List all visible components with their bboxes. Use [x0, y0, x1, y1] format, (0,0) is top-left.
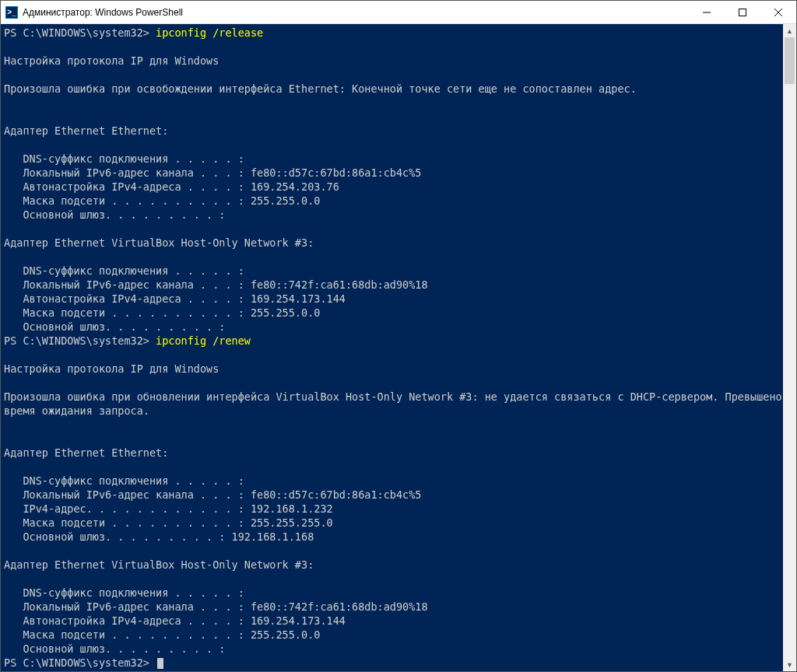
eth-ipv6-local: Локальный IPv6-адрес канала . . . : fe80… [4, 166, 421, 179]
minimize-button[interactable] [689, 1, 725, 23]
vbox2-gateway: Основной шлюз. . . . . . . . . : [4, 642, 225, 655]
terminal-output[interactable]: PS C:\WINDOWS\system32> ipconfig /releas… [1, 24, 783, 671]
adapter-eth-header: Адаптер Ethernet Ethernet: [4, 124, 168, 137]
powershell-window: >_ Администратор: Windows PowerShell PS … [0, 0, 797, 672]
eth2-gateway: Основной шлюз. . . . . . . . . : 192.168… [4, 530, 314, 543]
eth-subnet-mask: Маска подсети . . . . . . . . . . : 255.… [4, 194, 320, 207]
eth2-ipv6-local: Локальный IPv6-адрес канала . . . : fe80… [4, 488, 421, 501]
eth2-subnet-mask: Маска подсети . . . . . . . . . . : 255.… [4, 516, 333, 529]
scroll-thumb[interactable] [785, 37, 795, 84]
window-title: Администратор: Windows PowerShell [23, 7, 689, 18]
scroll-track[interactable] [783, 37, 796, 658]
vbox-ipv6-local: Локальный IPv6-адрес канала . . . : fe80… [4, 278, 428, 291]
vbox2-ipv6-local: Локальный IPv6-адрес канала . . . : fe80… [4, 600, 428, 613]
vbox-ipv4-auto: Автонастройка IPv4-адреса . . . . : 169.… [4, 292, 346, 305]
adapter-vbox-header: Адаптер Ethernet VirtualBox Host-Only Ne… [4, 236, 314, 249]
vbox-gateway: Основной шлюз. . . . . . . . . : [4, 320, 225, 333]
release-error: Произошла ошибка при освобождении интерф… [4, 82, 637, 95]
close-button[interactable] [760, 1, 796, 23]
vbox2-dns-suffix: DNS-суффикс подключения . . . . . : [4, 586, 244, 599]
vbox-subnet-mask: Маска подсети . . . . . . . . . . : 255.… [4, 306, 320, 319]
command-renew: ipconfig /renew [156, 334, 251, 347]
vbox2-subnet-mask: Маска подсети . . . . . . . . . . : 255.… [4, 628, 320, 641]
prompt-text: PS C:\WINDOWS\system32> [4, 26, 149, 39]
terminal-area: PS C:\WINDOWS\system32> ipconfig /releas… [1, 24, 796, 671]
ipconfig-header: Настройка протокола IP для Windows [4, 54, 219, 67]
titlebar[interactable]: >_ Администратор: Windows PowerShell [1, 1, 796, 24]
command-release: ipconfig /release [156, 26, 263, 39]
scrollbar[interactable]: ▲ ▼ [783, 24, 796, 671]
adapter-vbox-header-2: Адаптер Ethernet VirtualBox Host-Only Ne… [4, 558, 314, 571]
prompt-text-2: PS C:\WINDOWS\system32> [4, 334, 149, 347]
eth2-ipv4-addr: IPv4-адрес. . . . . . . . . . . . : 192.… [4, 502, 333, 515]
eth2-dns-suffix: DNS-суффикс подключения . . . . . : [4, 474, 244, 487]
eth-gateway: Основной шлюз. . . . . . . . . : [4, 208, 225, 221]
ipconfig-header-2: Настройка протокола IP для Windows [4, 362, 219, 375]
prompt-text-3: PS C:\WINDOWS\system32> [4, 656, 149, 669]
renew-error: Произошла ошибка при обновлении интерфей… [4, 390, 782, 417]
scroll-up-button[interactable]: ▲ [783, 24, 796, 37]
maximize-button[interactable] [725, 1, 760, 23]
cursor [157, 658, 163, 669]
adapter-eth-header-2: Адаптер Ethernet Ethernet: [4, 446, 168, 459]
vbox2-ipv4-auto: Автонастройка IPv4-адреса . . . . : 169.… [4, 614, 346, 627]
scroll-down-button[interactable]: ▼ [783, 658, 796, 671]
svg-rect-1 [739, 9, 746, 16]
vbox-dns-suffix: DNS-суффикс подключения . . . . . : [4, 264, 244, 277]
powershell-icon: >_ [5, 6, 18, 19]
eth-ipv4-auto: Автонастройка IPv4-адреса . . . . : 169.… [4, 180, 339, 193]
eth-dns-suffix: DNS-суффикс подключения . . . . . : [4, 152, 244, 165]
window-controls [689, 1, 796, 23]
